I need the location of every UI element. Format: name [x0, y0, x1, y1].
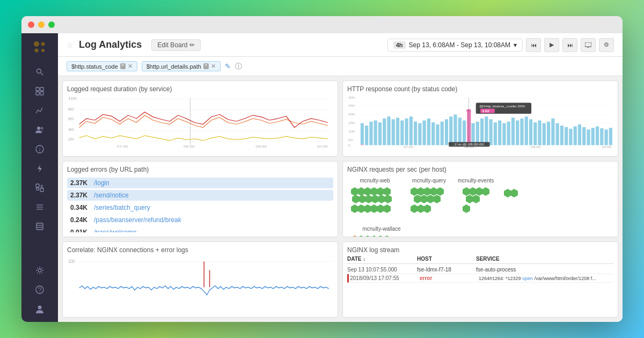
svg-text:09:00: 09:00	[531, 146, 541, 149]
svg-rect-8	[36, 92, 39, 95]
svg-rect-102	[551, 119, 554, 145]
svg-marker-167	[510, 189, 518, 197]
time-range-selector[interactable]: 4h Sep 13, 6:08AM - Sep 13, 10:08AM ▾	[387, 39, 523, 52]
maximize-dot[interactable]	[48, 21, 55, 28]
panel-logged-errors: Logged errors (by URL path) 2.37K /login…	[62, 161, 338, 237]
sidebar-item-bolt[interactable]	[30, 160, 49, 177]
svg-text:40: 40	[68, 128, 74, 132]
svg-marker-155	[433, 195, 441, 203]
svg-marker-133	[377, 187, 384, 196]
filter-tag-path[interactable]: $http.url_details.path * ✕	[142, 61, 221, 71]
svg-text:10:00: 10:00	[317, 145, 328, 149]
sidebar-item-info[interactable]: i	[30, 141, 49, 158]
sidebar-item-help[interactable]: ?	[30, 281, 49, 298]
panel-http-response: HTTP response count (by status code) 300…	[342, 80, 618, 157]
svg-marker-154	[427, 195, 434, 203]
hex-cluster-wallace: mcnulty-wallace	[349, 226, 414, 237]
svg-rect-112	[596, 126, 599, 145]
svg-text:?: ?	[39, 287, 42, 293]
topbar: ☆ Log Analytics Edit Board ✏ 4h Sep 13, …	[58, 33, 623, 57]
svg-rect-66	[396, 117, 399, 145]
svg-marker-166	[504, 189, 511, 197]
svg-rect-93	[511, 117, 515, 145]
svg-rect-63	[383, 119, 386, 145]
svg-marker-141	[351, 204, 358, 213]
hex-cluster-query: mcnulty-query	[409, 178, 449, 224]
svg-marker-138	[371, 195, 379, 203]
filter-help-icon[interactable]: ⓘ	[235, 62, 242, 71]
correlate-chart: 100	[67, 256, 333, 313]
svg-rect-70	[414, 122, 417, 145]
fastforward-button[interactable]: ⏭	[562, 38, 577, 52]
hex-cluster-small	[502, 178, 521, 224]
svg-text:07:00: 07:00	[117, 145, 128, 149]
sidebar-item-layers[interactable]	[30, 218, 49, 235]
panel-title-nginx-requests: NGINX requests per sec (per host)	[347, 166, 613, 173]
svg-marker-134	[383, 187, 391, 196]
filter-edit-icon[interactable]: ✎	[225, 62, 231, 70]
svg-rect-28	[585, 42, 591, 47]
minimize-dot[interactable]	[38, 21, 45, 28]
filter-remove-icon[interactable]: ✕	[128, 63, 133, 70]
log-row-1: Sep 13 10:07:55.000 fse-ldmx-f7-18 fse-a…	[347, 266, 613, 274]
sidebar-item-team[interactable]	[30, 121, 49, 138]
sidebar-item-puzzle[interactable]	[30, 179, 49, 196]
svg-marker-159	[463, 187, 470, 196]
favorite-icon[interactable]: ☆	[67, 41, 74, 49]
svg-rect-59	[365, 126, 368, 145]
svg-rect-114	[604, 129, 608, 145]
svg-marker-132	[370, 187, 378, 196]
settings-button[interactable]: ⚙	[599, 38, 614, 52]
log-col-header-host: HOST	[417, 256, 476, 262]
svg-marker-170	[364, 236, 371, 237]
edit-board-button[interactable]: Edit Board ✏	[151, 39, 201, 51]
svg-marker-156	[411, 204, 418, 213]
sidebar-item-dashboard[interactable]	[30, 83, 49, 100]
panel-title-correlate: Correlate: NGINX connections + error log…	[67, 246, 333, 254]
filter-remove-icon-2[interactable]: ✕	[211, 63, 216, 70]
panel-logged-request: Logged request duration (by service) 100…	[62, 80, 338, 157]
app-window: i ?	[21, 16, 623, 322]
svg-rect-115	[609, 128, 612, 145]
sidebar-item-settings[interactable]	[30, 262, 49, 279]
svg-rect-60	[369, 122, 372, 145]
svg-rect-21	[36, 223, 43, 230]
titlebar	[21, 16, 623, 33]
svg-marker-152	[414, 195, 421, 203]
svg-rect-110	[587, 129, 590, 145]
svg-marker-162	[482, 187, 489, 196]
panel-log-stream: NGINX log stream DATE ↓ HOST SERVICE Sep…	[342, 241, 618, 318]
topbar-controls: 4h Sep 13, 6:08AM - Sep 13, 10:08AM ▾ ⏮ …	[387, 38, 614, 52]
svg-rect-96	[525, 116, 528, 145]
svg-rect-82	[467, 110, 471, 145]
rewind-button[interactable]: ⏮	[526, 38, 541, 52]
panel-title-http-response: HTTP response count (by status code)	[347, 85, 613, 93]
svg-rect-90	[498, 121, 501, 145]
svg-point-27	[38, 306, 42, 310]
svg-rect-77	[445, 119, 448, 145]
play-button[interactable]: ▶	[544, 38, 559, 52]
filter-tag-status[interactable]: $http.status_code * ✕	[67, 61, 137, 71]
close-dot[interactable]	[28, 21, 34, 28]
svg-marker-140	[384, 195, 392, 203]
svg-marker-137	[365, 195, 372, 203]
sidebar-item-list[interactable]	[30, 199, 49, 216]
svg-marker-136	[358, 195, 366, 203]
sidebar-item-user[interactable]	[30, 300, 49, 318]
svg-point-11	[41, 127, 43, 130]
log-col-header-service: SERVICE	[476, 256, 613, 262]
svg-text:@http.status_code:200: @http.status_code:200	[479, 105, 525, 108]
hex-row-2: mcnulty-wallace	[347, 226, 613, 237]
svg-rect-88	[489, 119, 493, 145]
log-rows: Sep 13 10:07:55.000 fse-ldmx-f7-18 fse-a…	[347, 266, 613, 313]
sidebar-item-search[interactable]	[30, 63, 49, 80]
svg-point-3	[41, 49, 45, 52]
sidebar-item-chart[interactable]	[30, 102, 49, 119]
log-row-2: 2018/09/13 17:07:55 error 1264#1264: *12…	[347, 274, 613, 283]
svg-rect-109	[582, 127, 586, 145]
svg-text:100: 100	[68, 97, 77, 101]
svg-rect-98	[533, 122, 537, 145]
error-row-series: 0.34K /series/batch_query	[67, 202, 333, 213]
monitor-button[interactable]	[581, 38, 596, 52]
svg-rect-69	[409, 116, 413, 145]
